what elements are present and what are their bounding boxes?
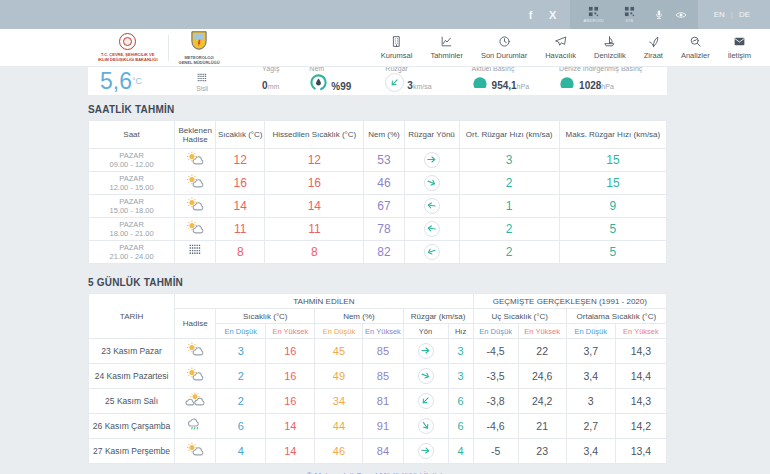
wind-direction-icon (418, 443, 434, 459)
hourly-section-title: SAATLİK TAHMİN (88, 104, 667, 115)
lang-de-link[interactable]: DE (733, 10, 756, 19)
col-avg-max: En Yüksek (615, 324, 666, 339)
table-row: PAZAR15.00 - 18.00 14 14 67 1 9 (89, 195, 667, 218)
col-ortalama-sicaklik: Ortalama Sıcaklık (°C) (566, 309, 666, 324)
logo-group: T.C. ÇEVRE, ŞEHİRCİLİK VEİKLİM DEĞİŞİKLİ… (88, 29, 230, 66)
eye-icon (675, 9, 687, 21)
table-row: PAZAR09.00 - 12.00 12 12 53 3 15 (89, 149, 667, 172)
nav-iletisim[interactable]: İletişim (728, 35, 751, 60)
col-temp-max: En Yüksek (266, 324, 315, 339)
sea-level-pressure-metric: Denize İndirgenmiş Basınç 1028hPa (559, 76, 614, 92)
sun-cloud-icon (185, 442, 205, 456)
ios-app-qr[interactable]: IOS (617, 6, 643, 23)
sun-cloud-icon (185, 342, 205, 356)
sun-cloud-icon (185, 197, 205, 211)
fog-icon (185, 243, 205, 257)
building-icon (390, 35, 403, 48)
wind-metric: Rüzgar 3km/sa (385, 73, 431, 92)
android-app-qr[interactable]: ANDROID (581, 6, 607, 23)
daily-group-header-row: TARİH TAHMİN EDİLEN GEÇMİŞTE GERÇEKLEŞEN… (89, 294, 667, 309)
nav-kurumsal[interactable]: Kurumsal (381, 35, 413, 60)
nav-havacilik[interactable]: Havacılık (545, 35, 576, 60)
col-sicaklik: Sıcaklık (°C) (216, 121, 265, 149)
col-hum-max: En Yüksek (363, 324, 403, 339)
wind-direction-icon (424, 221, 440, 237)
daily-section-title: 5 GÜNLÜK TAHMİN (88, 277, 667, 288)
col-extreme-min: En Düşük (473, 324, 518, 339)
pressure-gauge-icon (559, 76, 575, 92)
table-row: PAZAR18.00 - 21.00 11 11 78 2 5 (89, 218, 667, 241)
nav-denizcilik[interactable]: Denizcilik (594, 35, 626, 60)
app-segment: ANDROID IOS (570, 0, 698, 29)
wind-direction-icon (418, 368, 434, 384)
nav-tahminler[interactable]: Tahminler (430, 35, 463, 60)
x-twitter-icon[interactable]: X (542, 0, 564, 29)
lang-en-link[interactable]: EN (708, 10, 731, 19)
col-ruzgar: Rüzgar (km/sa) (403, 309, 473, 324)
mgm-logo-text: METEOROLOJİGENEL MÜDÜRLÜĞÜ (179, 55, 220, 65)
table-row: 24 Kasım Pazartesi 2 16 49 85 3 -3,5 24,… (89, 364, 667, 389)
wind-direction-icon (424, 175, 440, 191)
col-sicaklik: Sıcaklık (°C) (216, 309, 315, 324)
pressure-gauge-icon (472, 76, 488, 92)
ministry-logo[interactable]: T.C. ÇEVRE, ŞEHİRCİLİK VEİKLİM DEĞİŞİKLİ… (88, 33, 168, 62)
table-row: PAZAR12.00 - 15.00 16 16 46 2 15 (89, 172, 667, 195)
line-chart-icon (440, 35, 453, 48)
col-nem: Nem (%) (315, 309, 403, 324)
table-row: 23 Kasım Pazar 3 16 45 85 3 -4,5 22 3,7 … (89, 339, 667, 364)
current-temperature: 5,6°C (100, 70, 142, 92)
col-wind-dir: Yön (403, 324, 448, 339)
sun-cloud-icon (185, 151, 205, 165)
nav-ziraat[interactable]: Ziraat (644, 35, 663, 60)
page-content: 5,6°C Sisli Yağış 0mm Nem %99 Rüzgar 3km… (88, 67, 667, 474)
mgm-shield-icon (191, 31, 207, 54)
col-tarih: TARİH (89, 294, 175, 339)
main-nav: Kurumsal Tahminler Son Durumlar Havacılı… (372, 35, 760, 60)
sailboat-icon (603, 35, 616, 48)
hourly-header-row: Saat BeklenenHadise Sıcaklık (°C) Hissed… (89, 121, 667, 149)
nav-son-durumlar[interactable]: Son Durumlar (481, 35, 527, 60)
col-hum-min: En Düşük (315, 324, 363, 339)
current-condition: Sisli (194, 72, 210, 92)
col-maks-hiz: Maks. Rüzgar Hızı (km/sa) (559, 121, 666, 149)
col-hadise: BeklenenHadise (175, 121, 216, 149)
wind-direction-icon (424, 244, 440, 260)
group-gecmiste: GEÇMİŞTE GERÇEKLEŞEN (1991 - 2020) (473, 294, 666, 309)
wind-direction-icon (424, 152, 440, 168)
table-row: 26 Kasım Çarşamba 6 14 44 91 6 -4,6 21 2… (89, 414, 667, 439)
sun-cloud-icon (185, 220, 205, 234)
topbar: f X ANDROID IOS EN | DE (0, 0, 770, 29)
col-nem: Nem (%) (364, 121, 404, 149)
qr-code-icon (624, 6, 635, 17)
sun-cloud-icon (185, 174, 205, 188)
airplane-icon (554, 35, 567, 48)
envelope-icon (733, 35, 746, 48)
qr-code-icon (588, 6, 599, 17)
table-row: 27 Kasım Perşembe 4 14 46 84 4 -5 23 3,4… (89, 439, 667, 464)
col-ort-hiz: Ort. Rüzgar Hızı (km/sa) (459, 121, 559, 149)
col-wind-speed: Hız (448, 324, 473, 339)
actual-pressure-metric: Aktüel Basınç 954,1hPa (472, 76, 530, 92)
fog-icon (194, 72, 210, 84)
col-avg-min: En Düşük (566, 324, 615, 339)
table-row: 25 Kasım Salı 2 16 34 81 6 -3,8 24,2 3 1… (89, 389, 667, 414)
site-header: T.C. ÇEVRE, ŞEHİRCİLİK VEİKLİM DEĞİŞİKLİ… (0, 29, 770, 67)
magnifier-chart-icon (689, 35, 702, 48)
wind-direction-icon (418, 393, 434, 409)
voice-assistant-button[interactable] (648, 0, 670, 29)
wind-direction-icon (418, 418, 434, 434)
accessibility-button[interactable] (670, 0, 692, 29)
current-weather-strip: 5,6°C Sisli Yağış 0mm Nem %99 Rüzgar 3km… (88, 67, 667, 95)
microphone-icon (653, 9, 665, 21)
mgm-logo[interactable]: METEOROLOJİGENEL MÜDÜRLÜĞÜ (169, 31, 230, 65)
sun-clouds-icon (185, 392, 205, 406)
android-app-label: ANDROID (583, 18, 604, 23)
humidity-metric: Nem %99 (309, 73, 351, 92)
facebook-icon[interactable]: f (520, 0, 542, 29)
group-tahmin-edilen: TAHMİN EDİLEN (175, 294, 473, 309)
nav-analizler[interactable]: Analizler (681, 35, 710, 60)
col-temp-min: En Düşük (216, 324, 266, 339)
col-ruzgar-yonu: Rüzgar Yönü (404, 121, 459, 149)
wind-direction-icon (424, 198, 440, 214)
clock-icon (498, 35, 511, 48)
